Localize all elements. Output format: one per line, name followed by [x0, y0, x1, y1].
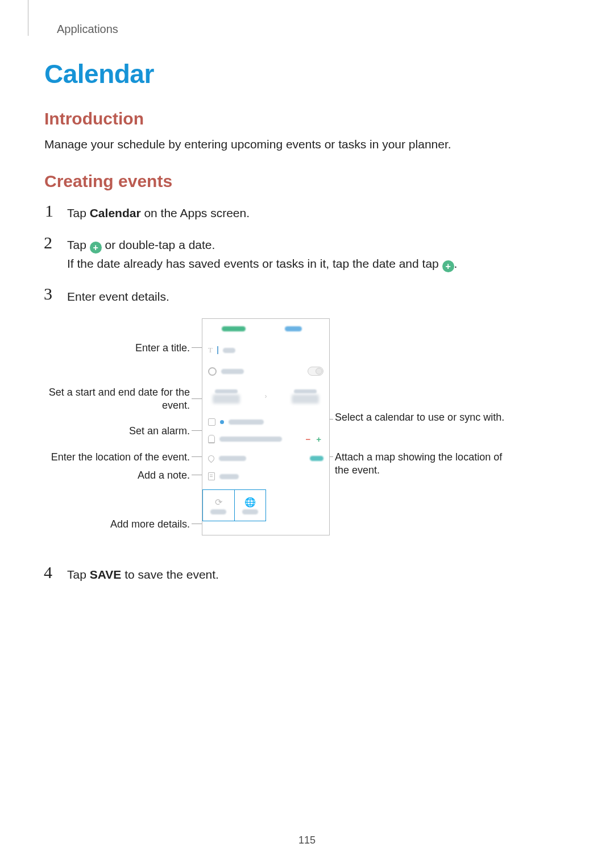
mock-placeholder: [223, 348, 235, 353]
pin-icon: [207, 454, 216, 463]
step-body-3: Enter event details.: [67, 288, 169, 306]
mock-note-label: [219, 474, 239, 479]
callout-map: Attach a map showing the location of the…: [335, 451, 511, 476]
page-title: Calendar: [44, 59, 154, 89]
event-editor-mockup: T ›: [202, 318, 330, 535]
mock-date-range: ›: [202, 383, 329, 409]
step-number-4: 4: [44, 563, 52, 582]
step1-post: on the Apps screen.: [141, 206, 250, 219]
document-page: Applications Calendar Introduction Manag…: [0, 0, 614, 868]
step1-pre: Tap: [67, 206, 90, 219]
step4-bold: SAVE: [90, 568, 122, 581]
step-body-2: Tap + or double-tap a date. If the date …: [67, 236, 457, 273]
intro-paragraph: Manage your schedule by entering upcomin…: [44, 136, 451, 152]
mock-title-field: T: [202, 344, 329, 356]
plus-outline-icon: +: [316, 434, 321, 444]
note-icon: [208, 472, 215, 480]
chevron-right-icon: ›: [265, 392, 267, 400]
step2-line2-pre: If the date already has saved events or …: [67, 257, 442, 270]
mock-allday-row: [202, 364, 329, 378]
text-cursor: [217, 346, 218, 354]
mock-cancel-button: [222, 326, 246, 331]
step4-post: to save the event.: [121, 568, 219, 581]
mock-topbar: [202, 322, 329, 335]
mock-map-button: [310, 456, 323, 461]
mock-location-label: [219, 456, 246, 461]
step-body-1: Tap Calendar on the Apps screen.: [67, 204, 250, 223]
step-number-3: 3: [44, 284, 52, 304]
mock-timezone-cell: 🌐: [234, 490, 266, 521]
bell-icon: [208, 435, 215, 443]
mock-more-details-box: ⟳ 🌐: [202, 489, 266, 521]
toggle-icon: [308, 367, 323, 376]
callout-calendar: Select a calendar to use or sync with.: [335, 411, 511, 424]
mock-save-button: [285, 326, 302, 331]
step2-line1-post: or double-tap a date.: [102, 238, 215, 251]
mock-start-time: [213, 389, 240, 404]
callout-title: Enter a title.: [42, 342, 190, 355]
mock-end-time: [292, 389, 319, 404]
page-number: 115: [0, 834, 614, 846]
callout-location: Enter the location of the event.: [42, 451, 190, 464]
step4-pre: Tap: [67, 568, 90, 581]
step-number-2: 2: [44, 233, 52, 252]
callout-note: Add a note.: [42, 469, 190, 482]
calendar-color-dot-icon: [220, 420, 224, 424]
callout-dates: Set a start and end date for the event.: [42, 386, 190, 412]
mock-calendar-row: [202, 416, 329, 428]
text-icon: T: [208, 346, 213, 355]
mock-alarm-row: − +: [202, 433, 329, 445]
mock-repeat-cell: ⟳: [203, 490, 234, 521]
mock-location-row: [202, 452, 329, 464]
breadcrumb: Applications: [57, 23, 118, 36]
mock-note-row: [202, 470, 329, 483]
calendar-icon: [208, 418, 215, 426]
step2-line1-pre: Tap: [67, 238, 90, 251]
callout-more: Add more details.: [42, 518, 190, 531]
plus-icon: +: [90, 242, 102, 254]
minus-icon: −: [305, 434, 310, 444]
mock-alarm-label: [219, 437, 282, 442]
plus-icon: +: [442, 260, 454, 272]
event-editor-diagram: Enter a title. Set a start and end date …: [42, 315, 537, 549]
step1-bold: Calendar: [90, 206, 141, 219]
section-heading-introduction: Introduction: [44, 109, 144, 128]
step2-line2-post: .: [454, 257, 458, 270]
clock-icon: [208, 367, 217, 376]
repeat-icon: ⟳: [215, 497, 222, 508]
mock-allday-label: [221, 369, 244, 374]
globe-icon: 🌐: [244, 497, 256, 508]
step-number-1: 1: [45, 201, 53, 221]
step-body-4: Tap SAVE to save the event.: [67, 566, 219, 584]
mock-calendar-label: [229, 420, 264, 425]
margin-guide: [28, 0, 28, 36]
section-heading-creating-events: Creating events: [44, 172, 172, 191]
callout-alarm: Set an alarm.: [42, 425, 190, 438]
